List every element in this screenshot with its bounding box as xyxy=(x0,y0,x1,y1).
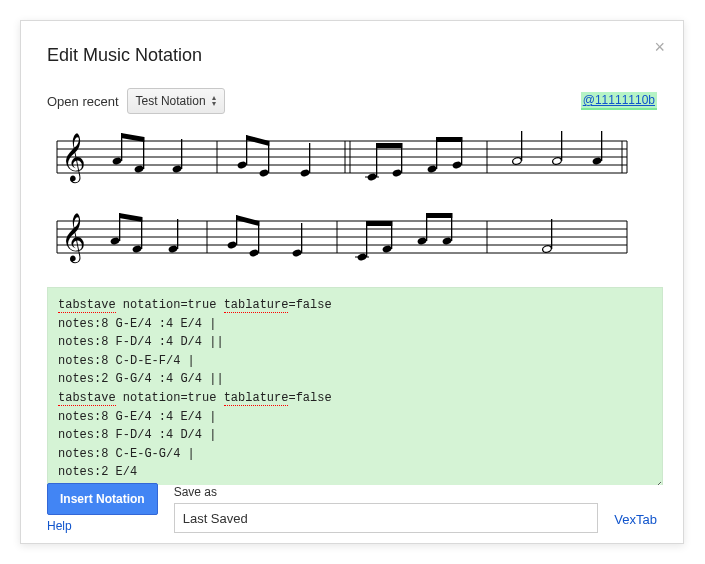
svg-point-75 xyxy=(417,236,428,245)
top-row: Open recent Test Notation ▴▾ @11111110b xyxy=(47,88,657,114)
notation-code-editor[interactable]: tabstave notation=true tablature=false n… xyxy=(47,287,663,485)
vextab-link[interactable]: VexTab xyxy=(614,512,657,533)
svg-point-29 xyxy=(392,168,403,177)
dialog-title: Edit Music Notation xyxy=(47,45,657,66)
svg-rect-30 xyxy=(376,143,377,177)
svg-marker-66 xyxy=(236,215,259,226)
svg-point-34 xyxy=(452,160,463,169)
svg-point-33 xyxy=(427,164,438,173)
svg-point-71 xyxy=(382,244,393,253)
svg-point-21 xyxy=(259,168,270,177)
svg-text:𝄞: 𝄞 xyxy=(61,133,86,184)
svg-rect-19 xyxy=(181,139,182,169)
help-link[interactable]: Help xyxy=(47,519,158,533)
svg-point-25 xyxy=(300,168,311,177)
svg-point-62 xyxy=(227,240,238,249)
close-icon[interactable]: × xyxy=(654,37,665,58)
svg-rect-26 xyxy=(309,143,310,173)
svg-rect-41 xyxy=(561,131,562,161)
svg-rect-72 xyxy=(366,221,367,257)
svg-point-18 xyxy=(172,164,183,173)
svg-rect-43 xyxy=(601,131,602,161)
chevron-updown-icon: ▴▾ xyxy=(212,95,216,107)
svg-point-42 xyxy=(592,156,603,165)
music-staff-preview: 𝄞 xyxy=(47,121,663,281)
svg-point-67 xyxy=(292,248,303,257)
svg-point-14 xyxy=(134,164,145,173)
svg-rect-61 xyxy=(177,219,178,249)
svg-point-60 xyxy=(168,244,179,253)
svg-rect-68 xyxy=(301,223,302,253)
svg-marker-37 xyxy=(436,137,462,142)
edit-notation-dialog: × Edit Music Notation Open recent Test N… xyxy=(20,20,684,544)
svg-point-38 xyxy=(512,156,523,165)
svg-marker-79 xyxy=(426,213,452,218)
svg-point-55 xyxy=(110,236,121,245)
svg-marker-32 xyxy=(376,143,402,148)
insert-notation-button[interactable]: Insert Notation xyxy=(47,483,158,515)
svg-point-40 xyxy=(552,156,563,165)
open-recent-value: Test Notation xyxy=(136,94,206,108)
svg-point-13 xyxy=(112,156,123,165)
open-recent-label: Open recent xyxy=(47,94,119,109)
svg-point-56 xyxy=(132,244,143,253)
open-recent-select[interactable]: Test Notation ▴▾ xyxy=(127,88,225,114)
save-as-label: Save as xyxy=(174,485,599,499)
svg-point-20 xyxy=(237,160,248,169)
svg-marker-24 xyxy=(246,135,269,146)
bottom-bar: Insert Notation Help Save as VexTab xyxy=(47,483,657,533)
svg-rect-81 xyxy=(551,219,552,249)
svg-marker-74 xyxy=(366,221,392,226)
user-link[interactable]: @11111110b xyxy=(581,92,657,110)
svg-point-63 xyxy=(249,248,260,257)
svg-text:𝄞: 𝄞 xyxy=(61,213,86,264)
svg-rect-39 xyxy=(521,131,522,161)
save-as-input[interactable] xyxy=(174,503,599,533)
svg-point-80 xyxy=(542,244,553,253)
content-scroll[interactable]: 𝄞 xyxy=(47,115,667,485)
svg-point-76 xyxy=(442,236,453,245)
